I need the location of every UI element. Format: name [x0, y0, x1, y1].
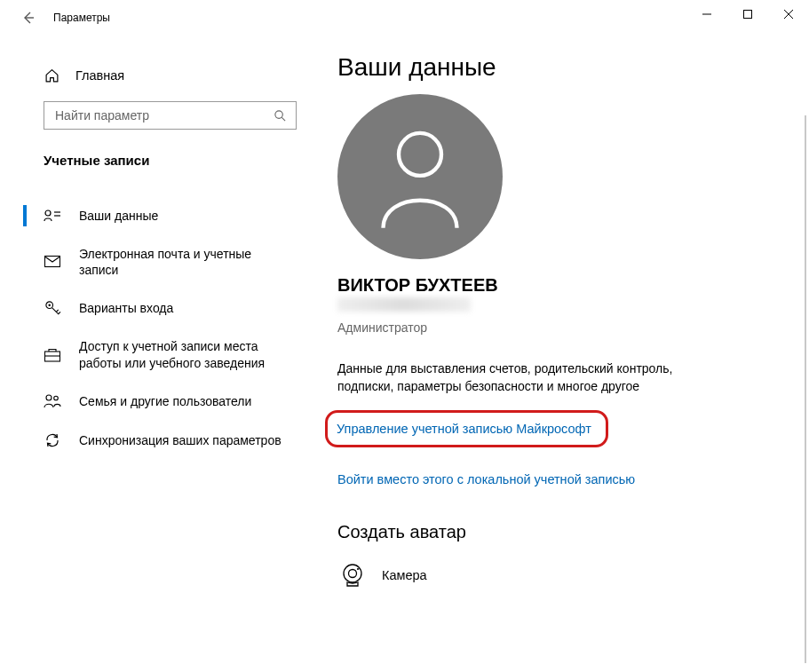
svg-rect-2	[744, 11, 752, 19]
briefcase-icon	[44, 346, 61, 364]
mail-icon	[44, 253, 61, 271]
sidebar-item-your-info[interactable]: Ваши данные	[0, 196, 311, 235]
sidebar-item-label: Синхронизация ваших параметров	[79, 432, 293, 448]
page-title: Ваши данные	[337, 53, 773, 82]
arrow-left-icon	[21, 11, 36, 25]
svg-line-15	[58, 312, 59, 313]
camera-icon	[337, 560, 368, 590]
maximize-button[interactable]	[727, 0, 768, 28]
search-icon	[274, 109, 287, 123]
sidebar-section-title: Учетные записи	[0, 130, 311, 177]
sidebar-item-sync[interactable]: Синхронизация ваших параметров	[0, 421, 311, 460]
people-icon	[44, 392, 61, 410]
person-icon	[371, 123, 469, 230]
search-input[interactable]	[44, 101, 297, 130]
sidebar-item-label: Семья и другие пользователи	[79, 393, 293, 409]
svg-point-18	[46, 395, 52, 400]
svg-point-23	[357, 567, 359, 569]
local-account-link[interactable]: Войти вместо этого с локальной учетной з…	[337, 469, 635, 490]
svg-point-7	[45, 210, 51, 216]
scrollbar[interactable]	[805, 115, 806, 663]
minimize-icon	[702, 10, 711, 19]
sidebar-item-label: Доступ к учетной записи места работы или…	[79, 338, 293, 370]
svg-point-12	[48, 304, 50, 305]
sidebar: Главная Учетные записи	[0, 36, 311, 672]
user-email-redacted	[337, 297, 471, 312]
main-content: Ваши данные ВИКТОР БУХТЕЕВ Администратор…	[311, 36, 809, 672]
close-icon	[784, 10, 793, 19]
create-avatar-heading: Создать аватар	[337, 522, 773, 542]
minimize-button[interactable]	[686, 0, 727, 28]
sidebar-nav: Ваши данные Электронная почта и учетные …	[0, 196, 311, 460]
person-card-icon	[44, 207, 61, 225]
close-button[interactable]	[768, 0, 809, 28]
search-field[interactable]	[53, 107, 274, 123]
sidebar-item-signin[interactable]: Варианты входа	[0, 289, 311, 328]
svg-line-14	[56, 310, 58, 312]
titlebar: Параметры	[0, 0, 809, 36]
user-name: ВИКТОР БУХТЕЕВ	[337, 275, 773, 296]
highlighted-link-container: Управление учетной записью Майкрософт	[325, 410, 608, 447]
window-title: Параметры	[53, 12, 110, 24]
svg-point-20	[399, 133, 441, 176]
key-icon	[44, 299, 61, 317]
sidebar-home-label: Главная	[75, 68, 124, 83]
sidebar-home[interactable]: Главная	[0, 62, 311, 89]
svg-point-21	[344, 565, 361, 582]
svg-line-6	[282, 117, 285, 121]
manage-account-link[interactable]: Управление учетной записью Майкрософт	[337, 418, 591, 439]
sidebar-item-work[interactable]: Доступ к учетной записи места работы или…	[0, 328, 311, 381]
account-description: Данные для выставления счетов, родительс…	[337, 360, 728, 396]
sidebar-item-label: Электронная почта и учетные записи	[79, 246, 293, 278]
home-icon	[44, 67, 59, 83]
window-controls	[686, 0, 809, 36]
sync-icon	[44, 431, 61, 449]
sidebar-item-label: Варианты входа	[79, 300, 293, 316]
camera-label: Камера	[382, 568, 427, 582]
user-avatar	[337, 94, 503, 259]
svg-point-22	[349, 569, 357, 577]
svg-point-19	[54, 396, 59, 400]
svg-point-5	[275, 110, 282, 117]
user-role: Администратор	[337, 320, 773, 335]
sidebar-item-family[interactable]: Семья и другие пользователи	[0, 382, 311, 421]
sidebar-item-label: Ваши данные	[79, 208, 293, 224]
sidebar-item-email[interactable]: Электронная почта и учетные записи	[0, 235, 311, 289]
back-button[interactable]	[16, 5, 41, 30]
camera-option[interactable]: Камера	[337, 560, 773, 590]
maximize-icon	[743, 10, 752, 19]
